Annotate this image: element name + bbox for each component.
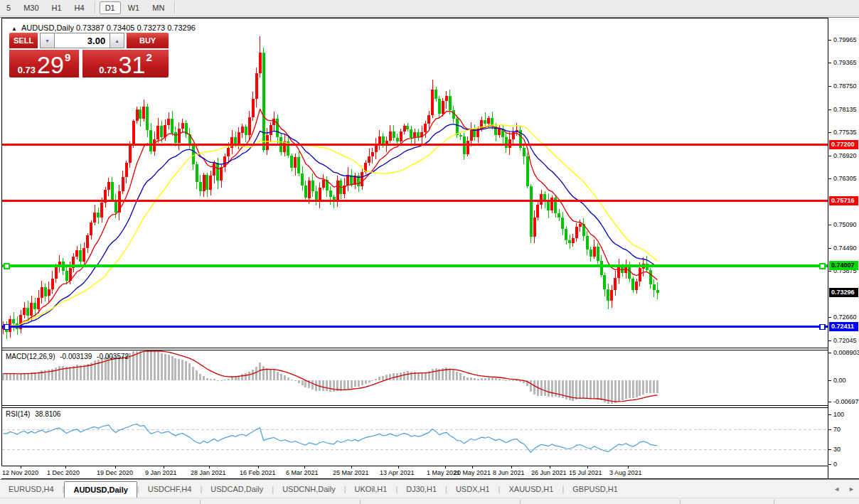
toolbar-separator (174, 2, 175, 14)
tab-usdchf-h4[interactable]: USDCHF,H4 (139, 480, 201, 498)
volume-stepper: ▾ ▴ (40, 33, 124, 48)
timeframe-button-5[interactable]: 5 (1, 1, 16, 14)
status-bar-divider (774, 500, 774, 504)
tab-ukoil-h1[interactable]: UKOil,H1 (346, 480, 396, 498)
timeframe-button-mn[interactable]: MN (146, 1, 170, 14)
sell-price-tile[interactable]: 0.73 29 9 (9, 50, 79, 77)
macd-signal-value: -0.003572 (97, 353, 129, 360)
price-tick-label: 0.79965 (833, 36, 857, 43)
price-tick-label: 0.72660 (833, 313, 857, 321)
rsi-tick (828, 414, 831, 415)
date-tick (445, 466, 446, 468)
rsi-title: RSI(14) (6, 410, 30, 418)
date-tick (398, 466, 399, 468)
buy-button[interactable]: BUY (127, 33, 169, 48)
date-label: 15 Jul 2021 (569, 469, 602, 476)
date-label: 12 Nov 2020 (2, 469, 38, 476)
hline-price-badge: 0.75716 (829, 196, 858, 205)
date-tick (164, 466, 164, 468)
timeframe-button-d1[interactable]: D1 (100, 1, 121, 14)
volume-decrease-button[interactable]: ▾ (40, 33, 55, 48)
date-tick (511, 466, 512, 468)
chart-top-border (1, 18, 828, 18)
collapse-triangle-icon[interactable]: ▲ (11, 26, 17, 32)
chart-left-border (1, 18, 2, 466)
date-axis[interactable]: 12 Nov 2020 1 Dec 2020 19 Dec 2020 9 Jan… (2, 466, 828, 478)
sell-price-prefix: 0.73 (18, 65, 36, 75)
tab-usdcad-daily[interactable]: USDCAD,Daily (202, 480, 272, 498)
status-bar-divider (520, 500, 521, 504)
price-tick-label: 0.78135 (833, 106, 857, 113)
volume-input[interactable] (55, 33, 110, 48)
date-label: 3 Aug 2021 (609, 469, 642, 476)
tab-eurusd-h4[interactable]: EURUSD,H4 (0, 480, 63, 498)
macd-tick (828, 380, 831, 381)
date-label: 16 Feb 2021 (240, 469, 276, 476)
date-tick (472, 466, 473, 468)
buy-price-tile[interactable]: 0.73 31 2 (82, 50, 169, 77)
toolbar-separator (95, 2, 95, 14)
price-tick-label: 0.74490 (833, 245, 857, 252)
hline-price-badge: 0.77200 (829, 140, 858, 149)
tab-usdcnh-daily[interactable]: USDCNH,Daily (274, 480, 344, 498)
price-tick (828, 317, 831, 318)
chevron-down-icon: ▾ (46, 38, 49, 44)
quote-low: 0.73273 (137, 23, 165, 32)
status-bar-divider (200, 500, 201, 504)
chart-symbol-label: AUDUSD,Daily (21, 23, 74, 32)
date-tick (209, 466, 210, 468)
timeframe-button-w1[interactable]: W1 (122, 1, 146, 14)
price-tick-label: 0.77535 (833, 129, 857, 136)
tab-scroll-right-icon[interactable]: ► (848, 486, 855, 493)
date-label: 13 Apr 2021 (380, 469, 415, 476)
tab-dj30-h1[interactable]: DJ30,H1 (398, 480, 445, 498)
macd-main-value: -0.003139 (60, 353, 92, 360)
status-bar (0, 498, 859, 504)
chevron-up-icon: ▴ (116, 38, 119, 44)
date-tick (258, 466, 259, 468)
timeframe-button-m30[interactable]: M30 (18, 1, 44, 14)
sell-button[interactable]: SELL (9, 33, 38, 48)
price-tick-label: 0.76920 (833, 152, 857, 159)
price-tick (828, 248, 831, 249)
price-tick (828, 40, 831, 41)
date-tick (304, 466, 305, 468)
tab-gbpusd-h1[interactable]: GBPUSD,H1 (564, 480, 626, 498)
sell-price-pips: 29 (37, 55, 64, 75)
timeframe-button-h1[interactable]: H1 (46, 1, 68, 14)
rsi-indicator-pane[interactable] (2, 408, 828, 465)
tab-scroll-left-icon[interactable]: ◄ (833, 486, 840, 493)
price-tick (828, 86, 831, 87)
tab-audusd-daily[interactable]: AUDUSD,Daily (64, 481, 137, 498)
chart-title: ▲AUDUSD,Daily0.733870.734050.732730.7329… (11, 23, 198, 32)
quote-high: 0.73405 (107, 23, 135, 32)
date-label: 25 Mar 2021 (333, 469, 369, 476)
rsi-tick (828, 449, 831, 450)
date-label: 9 Jan 2021 (145, 469, 177, 476)
tab-usdx-h1[interactable]: USDX,H1 (447, 480, 498, 498)
price-tick-label: 0.79365 (833, 59, 857, 66)
hline-price-badge: 0.74007 (829, 261, 858, 270)
price-tick (828, 132, 831, 133)
buy-price-pips: 31 (119, 55, 146, 75)
rsi-tick-label: 0 (833, 461, 837, 468)
rsi-tick (828, 429, 831, 430)
macd-indicator-label: MACD(12,26,9) -0.003139 -0.003572 (6, 353, 132, 360)
tab-xauusd-h1[interactable]: XAUUSD,H1 (500, 480, 562, 498)
chart-tab-bar: EURUSD,H4|AUDUSD,Daily|USDCHF,H4|USDCAD,… (0, 479, 859, 498)
main-macd-separator[interactable] (1, 348, 828, 348)
date-label: 8 Jun 2021 (493, 469, 525, 476)
price-tick (828, 109, 831, 110)
date-tick (351, 466, 352, 468)
sell-price-point: 9 (65, 51, 70, 63)
rsi-indicator-label: RSI(14) 38.8106 (6, 410, 63, 418)
rsi-top-border (1, 407, 828, 408)
date-tick (115, 466, 116, 468)
date-tick (587, 466, 588, 468)
timeframe-button-h4[interactable]: H4 (69, 1, 90, 14)
volume-increase-button[interactable]: ▴ (110, 33, 124, 48)
date-tick (628, 466, 629, 468)
date-label: 19 Dec 2020 (97, 469, 133, 476)
macd-rsi-separator[interactable] (1, 405, 828, 406)
price-axis[interactable]: 0.79965 0.79365 0.78750 0.78135 0.77535 … (828, 18, 859, 479)
